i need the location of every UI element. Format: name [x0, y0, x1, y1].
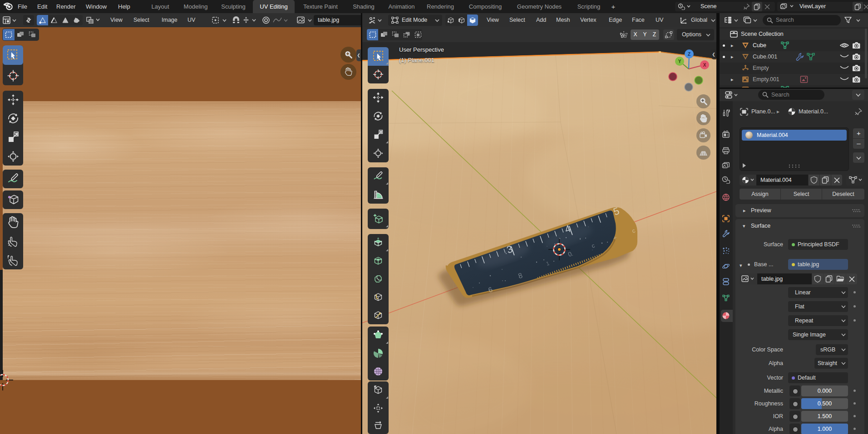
- svg-text:Z: Z: [688, 52, 690, 57]
- svg-text:X: X: [703, 63, 706, 68]
- svg-text:Y: Y: [678, 59, 681, 64]
